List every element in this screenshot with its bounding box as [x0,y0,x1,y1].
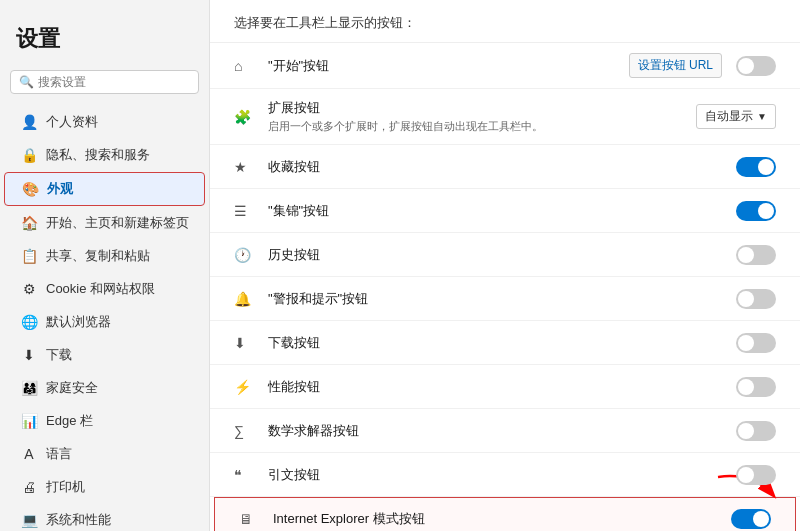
item-right-extensions: 自动显示▼ [696,104,776,129]
item-right-math [736,421,776,441]
item-right-favorites [736,157,776,177]
sidebar-item-share[interactable]: 📋共享、复制和粘贴 [4,240,205,272]
item-icon-ie_mode: 🖥 [239,511,261,527]
toolbar-list: ⌂ "开始"按钮 设置按钮 URL 🧩 扩展按钮 启用一个或多个扩展时，扩展按钮… [210,43,800,531]
toolbar-item-extensions: 🧩 扩展按钮 启用一个或多个扩展时，扩展按钮自动出现在工具栏中。 自动显示▼ [210,89,800,145]
item-icon-collections: ☰ [234,203,256,219]
item-right-citation [728,465,776,485]
nav-icon-system: 💻 [20,512,38,528]
item-icon-citation: ❝ [234,467,256,483]
nav-label-share: 共享、复制和粘贴 [46,247,150,265]
sublabel-extensions: 启用一个或多个扩展时，扩展按钮自动出现在工具栏中。 [268,119,696,134]
nav-label-cookies: Cookie 和网站权限 [46,280,155,298]
nav-label-privacy: 隐私、搜索和服务 [46,146,150,164]
sidebar-item-appearance[interactable]: 🎨外观 [4,172,205,206]
nav-label-default: 默认浏览器 [46,313,111,331]
toggle-favorites[interactable] [736,157,776,177]
item-label-math: 数学求解器按钮 [268,422,736,440]
sidebar-item-privacy[interactable]: 🔒隐私、搜索和服务 [4,139,205,171]
item-label-citation: 引文按钮 [268,466,728,484]
item-icon-extensions: 🧩 [234,109,256,125]
nav-label-language: 语言 [46,445,72,463]
nav-icon-printer: 🖨 [20,479,38,495]
search-input[interactable] [38,75,190,89]
item-label-extensions: 扩展按钮 启用一个或多个扩展时，扩展按钮自动出现在工具栏中。 [268,99,696,134]
sidebar-item-profile[interactable]: 👤个人资料 [4,106,205,138]
toolbar-item-collections: ☰ "集锦"按钮 [210,189,800,233]
item-right-start: 设置按钮 URL [629,53,776,78]
toolbar-item-alert: 🔔 "警报和提示"按钮 [210,277,800,321]
toggle-performance[interactable] [736,377,776,397]
toolbar-item-math: ∑ 数学求解器按钮 [210,409,800,453]
sidebar-item-printer[interactable]: 🖨打印机 [4,471,205,503]
toggle-download_btn[interactable] [736,333,776,353]
nav-icon-family: 👨‍👩‍👧 [20,380,38,396]
dropdown-label-extensions: 自动显示 [705,108,753,125]
sidebar-item-download[interactable]: ⬇下载 [4,339,205,371]
chevron-down-icon: ▼ [757,111,767,122]
toolbar-item-performance: ⚡ 性能按钮 [210,365,800,409]
item-label-collections: "集锦"按钮 [268,202,736,220]
toolbar-item-ie_mode: 🖥 Internet Explorer 模式按钮 [214,497,796,531]
toggle-start[interactable] [736,56,776,76]
nav-label-family: 家庭安全 [46,379,98,397]
item-icon-performance: ⚡ [234,379,256,395]
nav-icon-language: A [20,446,38,462]
item-label-ie_mode: Internet Explorer 模式按钮 [273,510,731,528]
item-label-start: "开始"按钮 [268,57,629,75]
item-icon-start: ⌂ [234,58,256,74]
item-label-download_btn: 下载按钮 [268,334,736,352]
toolbar-item-history: 🕐 历史按钮 [210,233,800,277]
item-right-ie_mode [731,509,771,529]
item-icon-history: 🕐 [234,247,256,263]
search-icon: 🔍 [19,75,34,89]
toggle-citation[interactable] [736,465,776,485]
url-button-start[interactable]: 设置按钮 URL [629,53,722,78]
toggle-alert[interactable] [736,289,776,309]
item-label-performance: 性能按钮 [268,378,736,396]
nav-label-start: 开始、主页和新建标签页 [46,214,189,232]
sidebar-item-language[interactable]: A语言 [4,438,205,470]
item-icon-alert: 🔔 [234,291,256,307]
search-box[interactable]: 🔍 [10,70,199,94]
item-icon-download_btn: ⬇ [234,335,256,351]
toggle-collections[interactable] [736,201,776,221]
item-label-favorites: 收藏按钮 [268,158,736,176]
toolbar-item-favorites: ★ 收藏按钮 [210,145,800,189]
toggle-math[interactable] [736,421,776,441]
main-content: 选择要在工具栏上显示的按钮： ⌂ "开始"按钮 设置按钮 URL 🧩 扩展按钮 … [210,0,800,531]
item-right-alert [736,289,776,309]
nav-icon-edgebar: 📊 [20,413,38,429]
toolbar-item-start: ⌂ "开始"按钮 设置按钮 URL [210,43,800,89]
nav-icon-cookies: ⚙ [20,281,38,297]
nav-label-download: 下载 [46,346,72,364]
item-right-performance [736,377,776,397]
nav-icon-privacy: 🔒 [20,147,38,163]
dropdown-extensions[interactable]: 自动显示▼ [696,104,776,129]
sidebar: 设置 🔍 👤个人资料🔒隐私、搜索和服务🎨外观🏠开始、主页和新建标签页📋共享、复制… [0,0,210,531]
sidebar-item-system[interactable]: 💻系统和性能 [4,504,205,531]
sidebar-item-family[interactable]: 👨‍👩‍👧家庭安全 [4,372,205,404]
nav-icon-start: 🏠 [20,215,38,231]
item-right-collections [736,201,776,221]
nav-label-appearance: 外观 [47,180,73,198]
nav-icon-download: ⬇ [20,347,38,363]
item-label-history: 历史按钮 [268,246,736,264]
sidebar-item-edgebar[interactable]: 📊Edge 栏 [4,405,205,437]
item-icon-math: ∑ [234,423,256,439]
item-icon-favorites: ★ [234,159,256,175]
nav-icon-share: 📋 [20,248,38,264]
nav-icon-appearance: 🎨 [21,181,39,197]
sidebar-item-start[interactable]: 🏠开始、主页和新建标签页 [4,207,205,239]
toggle-history[interactable] [736,245,776,265]
nav-icon-profile: 👤 [20,114,38,130]
sidebar-item-default[interactable]: 🌐默认浏览器 [4,306,205,338]
nav-label-system: 系统和性能 [46,511,111,529]
item-label-alert: "警报和提示"按钮 [268,290,736,308]
item-right-download_btn [736,333,776,353]
sidebar-item-cookies[interactable]: ⚙Cookie 和网站权限 [4,273,205,305]
toggle-ie_mode[interactable] [731,509,771,529]
item-right-history [736,245,776,265]
page-title: 设置 [0,16,209,70]
nav-label-printer: 打印机 [46,478,85,496]
